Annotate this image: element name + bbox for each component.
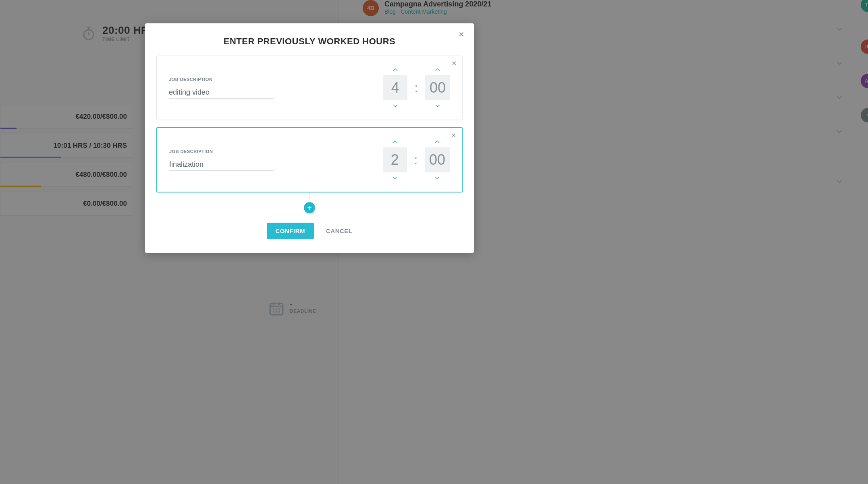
modal-actions: CONFIRM CANCEL bbox=[156, 223, 463, 239]
time-entry-card: JOB DESCRIPTION 4 : 00 bbox=[156, 56, 463, 120]
hours-decrement-button[interactable] bbox=[390, 103, 400, 109]
confirm-button[interactable]: CONFIRM bbox=[267, 223, 314, 239]
minutes-value: 00 bbox=[425, 75, 450, 100]
add-entry-button[interactable] bbox=[304, 202, 315, 213]
hours-increment-button[interactable] bbox=[390, 66, 400, 73]
entry-remove-button[interactable] bbox=[451, 60, 457, 68]
hours-value: 2 bbox=[383, 147, 407, 172]
modal-title: ENTER PREVIOUSLY WORKED HOURS bbox=[156, 36, 463, 47]
time-colon: : bbox=[415, 81, 418, 95]
time-entry-card: JOB DESCRIPTION 2 : 00 bbox=[156, 127, 463, 192]
worked-hours-modal: ENTER PREVIOUSLY WORKED HOURS JOB DESCRI… bbox=[145, 23, 474, 253]
minutes-decrement-button[interactable] bbox=[432, 175, 442, 181]
job-description-input[interactable] bbox=[169, 159, 274, 171]
cancel-button[interactable]: CANCEL bbox=[326, 223, 353, 239]
add-entry-connector bbox=[156, 200, 463, 200]
modal-close-button[interactable] bbox=[458, 31, 465, 40]
job-description-label: JOB DESCRIPTION bbox=[169, 77, 274, 82]
minutes-value: 00 bbox=[425, 147, 450, 172]
job-description-input[interactable] bbox=[169, 87, 274, 99]
job-description-label: JOB DESCRIPTION bbox=[169, 149, 274, 154]
hours-value: 4 bbox=[383, 75, 407, 100]
hours-increment-button[interactable] bbox=[390, 139, 400, 145]
time-colon: : bbox=[414, 153, 417, 167]
minutes-decrement-button[interactable] bbox=[433, 103, 442, 109]
time-picker: 2 : 00 bbox=[383, 139, 450, 181]
entry-remove-button[interactable] bbox=[451, 132, 457, 140]
hours-decrement-button[interactable] bbox=[390, 175, 400, 181]
time-picker: 4 : 00 bbox=[383, 66, 450, 109]
minutes-increment-button[interactable] bbox=[433, 66, 442, 73]
minutes-increment-button[interactable] bbox=[432, 139, 442, 145]
